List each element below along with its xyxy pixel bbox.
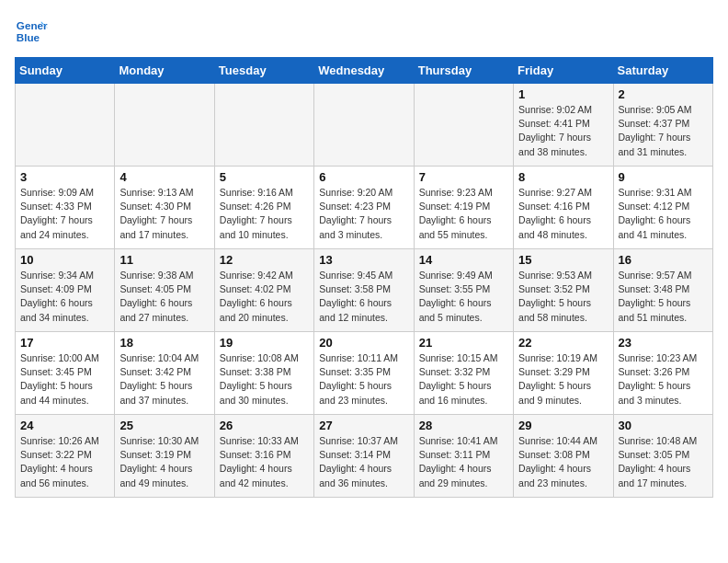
day-number: 11 [119, 253, 209, 267]
day-info: Sunrise: 10:37 AM Sunset: 3:14 PM Daylig… [319, 434, 408, 490]
calendar-cell: 5Sunrise: 9:16 AM Sunset: 4:26 PM Daylig… [214, 167, 313, 249]
day-info: Sunrise: 9:53 AM Sunset: 3:52 PM Dayligh… [518, 269, 608, 325]
day-info: Sunrise: 9:57 AM Sunset: 3:48 PM Dayligh… [619, 269, 708, 325]
day-number: 4 [119, 170, 209, 184]
day-info: Sunrise: 10:19 AM Sunset: 3:29 PM Daylig… [518, 351, 608, 408]
day-info: Sunrise: 10:08 AM Sunset: 3:38 PM Daylig… [220, 351, 309, 408]
day-number: 22 [518, 336, 608, 350]
calendar-cell: 22Sunrise: 10:19 AM Sunset: 3:29 PM Dayl… [514, 332, 613, 415]
calendar-cell: 20Sunrise: 10:11 AM Sunset: 3:35 PM Dayl… [314, 332, 414, 415]
calendar-cell: 30Sunrise: 10:48 AM Sunset: 3:05 PM Dayl… [613, 415, 712, 498]
day-info: Sunrise: 9:42 AM Sunset: 4:02 PM Dayligh… [220, 269, 309, 325]
calendar-cell: 28Sunrise: 10:41 AM Sunset: 3:11 PM Dayl… [414, 415, 513, 498]
logo-icon: General Blue [15, 15, 48, 48]
calendar-cell [16, 84, 115, 167]
calendar-cell [414, 84, 513, 167]
day-info: Sunrise: 9:27 AM Sunset: 4:16 PM Dayligh… [518, 186, 608, 242]
day-number: 28 [419, 419, 508, 432]
day-number: 20 [319, 336, 408, 350]
day-number: 30 [619, 419, 708, 432]
day-number: 29 [518, 419, 608, 432]
calendar-cell: 2Sunrise: 9:05 AM Sunset: 4:37 PM Daylig… [613, 84, 712, 167]
day-header-friday: Friday [514, 58, 613, 84]
calendar-cell [115, 84, 214, 167]
day-number: 3 [20, 170, 109, 184]
day-header-thursday: Thursday [414, 58, 513, 84]
day-info: Sunrise: 10:23 AM Sunset: 3:26 PM Daylig… [619, 351, 708, 408]
calendar-cell [214, 84, 313, 167]
day-number: 10 [20, 253, 109, 267]
logo: General Blue [15, 15, 53, 48]
day-number: 9 [619, 170, 708, 184]
svg-text:General: General [17, 19, 48, 31]
calendar-cell: 23Sunrise: 10:23 AM Sunset: 3:26 PM Dayl… [613, 332, 712, 415]
day-number: 27 [319, 419, 408, 432]
page-header: General Blue [15, 15, 713, 48]
day-info: Sunrise: 9:38 AM Sunset: 4:05 PM Dayligh… [119, 269, 209, 325]
day-info: Sunrise: 10:48 AM Sunset: 3:05 PM Daylig… [619, 434, 708, 490]
calendar-cell: 11Sunrise: 9:38 AM Sunset: 4:05 PM Dayli… [115, 249, 214, 332]
calendar-cell: 1Sunrise: 9:02 AM Sunset: 4:41 PM Daylig… [514, 84, 613, 167]
calendar-cell: 21Sunrise: 10:15 AM Sunset: 3:32 PM Dayl… [414, 332, 513, 415]
day-header-saturday: Saturday [613, 58, 712, 84]
day-info: Sunrise: 9:16 AM Sunset: 4:26 PM Dayligh… [220, 186, 309, 242]
day-number: 5 [220, 170, 309, 184]
calendar-cell: 3Sunrise: 9:09 AM Sunset: 4:33 PM Daylig… [16, 167, 115, 249]
day-header-sunday: Sunday [16, 58, 115, 84]
calendar-cell: 9Sunrise: 9:31 AM Sunset: 4:12 PM Daylig… [613, 167, 712, 249]
calendar-cell: 26Sunrise: 10:33 AM Sunset: 3:16 PM Dayl… [214, 415, 313, 498]
day-header-monday: Monday [115, 58, 214, 84]
day-info: Sunrise: 9:02 AM Sunset: 4:41 PM Dayligh… [518, 103, 608, 159]
day-info: Sunrise: 9:23 AM Sunset: 4:19 PM Dayligh… [419, 186, 508, 242]
day-number: 12 [220, 253, 309, 267]
calendar-cell: 16Sunrise: 9:57 AM Sunset: 3:48 PM Dayli… [613, 249, 712, 332]
day-info: Sunrise: 9:45 AM Sunset: 3:58 PM Dayligh… [319, 269, 408, 325]
calendar-cell: 19Sunrise: 10:08 AM Sunset: 3:38 PM Dayl… [214, 332, 313, 415]
day-number: 14 [419, 253, 508, 267]
calendar-cell: 4Sunrise: 9:13 AM Sunset: 4:30 PM Daylig… [115, 167, 214, 249]
calendar-cell: 17Sunrise: 10:00 AM Sunset: 3:45 PM Dayl… [16, 332, 115, 415]
calendar-cell: 29Sunrise: 10:44 AM Sunset: 3:08 PM Dayl… [514, 415, 613, 498]
calendar-cell: 12Sunrise: 9:42 AM Sunset: 4:02 PM Dayli… [214, 249, 313, 332]
day-number: 21 [419, 336, 508, 350]
day-number: 18 [119, 336, 209, 350]
day-info: Sunrise: 9:20 AM Sunset: 4:23 PM Dayligh… [319, 186, 408, 242]
calendar-cell: 25Sunrise: 10:30 AM Sunset: 3:19 PM Dayl… [115, 415, 214, 498]
day-info: Sunrise: 10:11 AM Sunset: 3:35 PM Daylig… [319, 351, 408, 408]
day-number: 13 [319, 253, 408, 267]
day-info: Sunrise: 9:09 AM Sunset: 4:33 PM Dayligh… [20, 186, 109, 242]
day-number: 24 [20, 419, 109, 432]
day-number: 23 [619, 336, 708, 350]
calendar-cell: 14Sunrise: 9:49 AM Sunset: 3:55 PM Dayli… [414, 249, 513, 332]
day-header-wednesday: Wednesday [314, 58, 414, 84]
calendar-cell [314, 84, 414, 167]
day-header-tuesday: Tuesday [214, 58, 313, 84]
day-info: Sunrise: 10:33 AM Sunset: 3:16 PM Daylig… [220, 434, 309, 490]
svg-text:Blue: Blue [17, 31, 40, 43]
calendar-cell: 10Sunrise: 9:34 AM Sunset: 4:09 PM Dayli… [16, 249, 115, 332]
day-number: 17 [20, 336, 109, 350]
day-info: Sunrise: 9:31 AM Sunset: 4:12 PM Dayligh… [619, 186, 708, 242]
day-number: 19 [220, 336, 309, 350]
day-info: Sunrise: 9:49 AM Sunset: 3:55 PM Dayligh… [419, 269, 508, 325]
day-info: Sunrise: 10:04 AM Sunset: 3:42 PM Daylig… [119, 351, 209, 408]
day-number: 7 [419, 170, 508, 184]
day-info: Sunrise: 10:44 AM Sunset: 3:08 PM Daylig… [518, 434, 608, 490]
day-number: 2 [619, 87, 708, 101]
calendar-cell: 13Sunrise: 9:45 AM Sunset: 3:58 PM Dayli… [314, 249, 414, 332]
calendar-cell: 27Sunrise: 10:37 AM Sunset: 3:14 PM Dayl… [314, 415, 414, 498]
calendar-cell: 8Sunrise: 9:27 AM Sunset: 4:16 PM Daylig… [514, 167, 613, 249]
day-info: Sunrise: 10:30 AM Sunset: 3:19 PM Daylig… [119, 434, 209, 490]
day-info: Sunrise: 10:41 AM Sunset: 3:11 PM Daylig… [419, 434, 508, 490]
calendar-cell: 7Sunrise: 9:23 AM Sunset: 4:19 PM Daylig… [414, 167, 513, 249]
day-number: 26 [220, 419, 309, 432]
calendar-cell: 18Sunrise: 10:04 AM Sunset: 3:42 PM Dayl… [115, 332, 214, 415]
day-info: Sunrise: 10:15 AM Sunset: 3:32 PM Daylig… [419, 351, 508, 408]
day-number: 16 [619, 253, 708, 267]
calendar-cell: 24Sunrise: 10:26 AM Sunset: 3:22 PM Dayl… [16, 415, 115, 498]
calendar-table: SundayMondayTuesdayWednesdayThursdayFrid… [15, 57, 713, 498]
day-info: Sunrise: 10:00 AM Sunset: 3:45 PM Daylig… [20, 351, 109, 408]
day-info: Sunrise: 9:13 AM Sunset: 4:30 PM Dayligh… [119, 186, 209, 242]
day-number: 1 [518, 87, 608, 101]
day-info: Sunrise: 9:05 AM Sunset: 4:37 PM Dayligh… [619, 103, 708, 159]
